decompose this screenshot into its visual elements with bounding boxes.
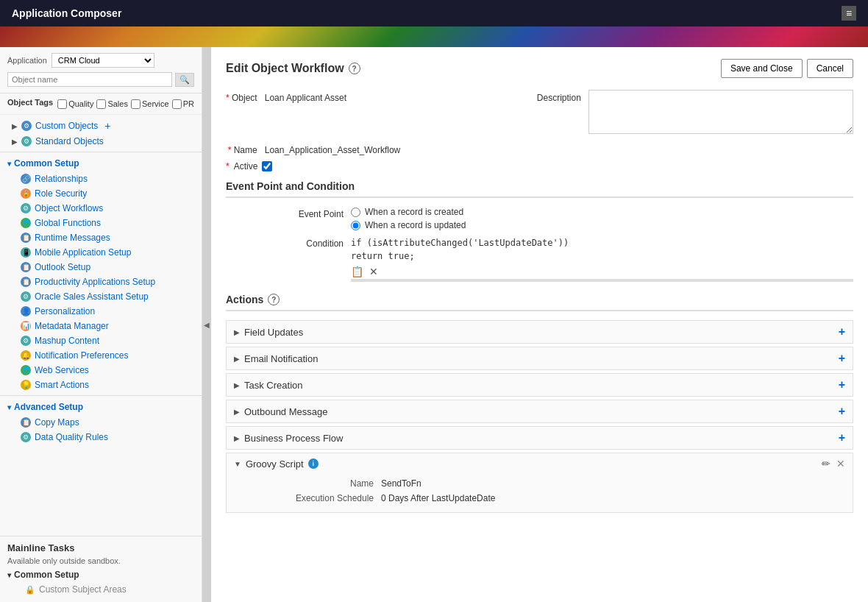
outlook-setup-link[interactable]: Outlook Setup [35, 262, 90, 272]
sidebar-item-web-services[interactable]: 🌐 Web Services [6, 363, 202, 378]
radio-updated[interactable]: When a record is updated [351, 220, 853, 230]
action-row-business-process-flow[interactable]: Business Process Flow + [226, 426, 853, 450]
radio-created-input[interactable] [351, 208, 360, 217]
web-services-link[interactable]: Web Services [35, 365, 89, 375]
mashup-content-link[interactable]: Mashup Content [35, 336, 99, 346]
action-row-task-creation[interactable]: Task Creation + [226, 373, 853, 397]
edit-workflow-header: Edit Object Workflow ? Save and Close Ca… [226, 59, 853, 78]
action-row-groovy-script: Groovy Script i ✏ ✕ Name SendToFn Execut… [226, 453, 853, 513]
sidebar-item-personalization[interactable]: 👤 Personalization [6, 304, 202, 319]
mobile-setup-link[interactable]: Mobile Application Setup [35, 247, 131, 258]
add-outbound-message-icon[interactable]: + [839, 405, 845, 418]
sidebar-item-object-workflows[interactable]: ⚙ Object Workflows [6, 201, 202, 216]
tag-service[interactable]: Service [131, 99, 169, 109]
sidebar-item-smart-actions[interactable]: 💡 Smart Actions [6, 378, 202, 392]
productivity-setup-link[interactable]: Productivity Applications Setup [35, 277, 155, 287]
notification-prefs-link[interactable]: Notification Preferences [35, 350, 128, 361]
tag-service-checkbox[interactable] [131, 99, 140, 109]
action-row-outbound-message[interactable]: Outbound Message + [226, 400, 853, 423]
tag-pr-checkbox[interactable] [172, 99, 182, 109]
metadata-manager-link[interactable]: Metadata Manager [35, 321, 109, 331]
global-functions-icon: 🌐 [21, 218, 31, 228]
sidebar-item-productivity-setup[interactable]: 📋 Productivity Applications Setup [6, 275, 202, 289]
sidebar-item-global-functions[interactable]: 🌐 Global Functions [6, 216, 202, 230]
groovy-edit-icon[interactable]: ✏ [822, 458, 830, 470]
radio-created[interactable]: When a record is created [351, 207, 853, 217]
object-value: Loan Applicant Asset [265, 90, 530, 103]
tag-quality[interactable]: Quality [57, 99, 93, 109]
sidebar-item-metadata-manager[interactable]: 📊 Metadata Manager [6, 319, 202, 333]
copy-maps-link[interactable]: Copy Maps [35, 417, 79, 428]
sidebar-item-copy-maps[interactable]: 📋 Copy Maps [6, 415, 202, 430]
personalization-link[interactable]: Personalization [35, 306, 95, 316]
sidebar-item-notification-prefs[interactable]: 🔔 Notification Preferences [6, 348, 202, 363]
global-functions-link[interactable]: Global Functions [35, 218, 101, 228]
tag-sales-checkbox[interactable] [96, 99, 106, 109]
copy-condition-icon[interactable]: 📋 [351, 266, 363, 277]
mashup-content-icon: ⚙ [21, 336, 31, 346]
decorative-banner [0, 26, 868, 47]
email-notification-expand [234, 355, 240, 363]
application-select[interactable]: CRM Cloud [51, 53, 154, 68]
data-quality-icon: ⚙ [21, 432, 31, 442]
tag-quality-checkbox[interactable] [57, 99, 67, 109]
oracle-sales-link[interactable]: Oracle Sales Assistant Setup [35, 291, 149, 302]
application-label: Application [7, 56, 47, 65]
common-setup-label: Common Setup [14, 158, 79, 169]
description-label: Description [537, 90, 581, 103]
sidebar-item-relationships[interactable]: 🔗 Relationships [6, 171, 202, 186]
tag-pr[interactable]: PR [172, 99, 194, 109]
sidebar-item-role-security[interactable]: 🔒 Role Security [6, 186, 202, 201]
relationships-link[interactable]: Relationships [35, 174, 88, 184]
sidebar-item-oracle-sales[interactable]: ⚙ Oracle Sales Assistant Setup [6, 289, 202, 304]
groovy-close-icon[interactable]: ✕ [836, 458, 845, 470]
save-close-button[interactable]: Save and Close [721, 59, 803, 78]
condition-resize-handle[interactable] [351, 279, 853, 282]
sidebar-item-mashup-content[interactable]: ⚙ Mashup Content [6, 333, 202, 348]
header-icon[interactable]: ≡ [842, 6, 856, 21]
runtime-messages-link[interactable]: Runtime Messages [35, 233, 110, 243]
mainline-tasks: Mainline Tasks Available only outside sa… [0, 536, 202, 602]
add-business-process-flow-icon[interactable]: + [839, 431, 845, 445]
action-row-field-updates[interactable]: Field Updates + [226, 320, 853, 344]
custom-objects-link[interactable]: Custom Objects [35, 121, 98, 131]
radio-updated-input[interactable] [351, 221, 360, 230]
active-checkbox[interactable] [262, 161, 272, 171]
standard-objects-link[interactable]: Standard Objects [35, 136, 104, 146]
smart-actions-link[interactable]: Smart Actions [35, 380, 89, 390]
sidebar-item-custom-objects[interactable]: ▶ ⚙ Custom Objects + [0, 118, 202, 134]
search-input[interactable] [7, 72, 172, 87]
role-security-link[interactable]: Role Security [35, 188, 87, 199]
divider-1 [0, 152, 202, 152]
add-custom-object-icon[interactable]: + [104, 120, 110, 132]
condition-area: if (isAttributeChanged('LastUpdateDate')… [351, 236, 853, 282]
cancel-button[interactable]: Cancel [807, 59, 853, 78]
object-label: * Object [226, 90, 257, 103]
help-icon[interactable]: ? [349, 63, 360, 74]
groovy-info-icon[interactable]: i [308, 458, 319, 469]
add-field-update-icon[interactable]: + [839, 325, 845, 339]
sidebar-item-mobile-setup[interactable]: 📱 Mobile Application Setup [6, 245, 202, 260]
sidebar-item-runtime-messages[interactable]: 📋 Runtime Messages [6, 230, 202, 245]
search-button[interactable]: 🔍 [175, 73, 194, 87]
tag-sales[interactable]: Sales [96, 99, 128, 109]
sidebar-collapse-handle[interactable]: ◀ [202, 47, 211, 602]
action-row-email-notification[interactable]: Email Notification + [226, 347, 853, 370]
outbound-message-expand [234, 408, 240, 416]
advanced-setup-header[interactable]: Advanced Setup [0, 399, 202, 415]
groovy-script-expand[interactable] [234, 460, 241, 468]
clear-condition-icon[interactable]: ✕ [369, 266, 378, 277]
sidebar-item-standard-objects[interactable]: ▶ ⚙ Standard Objects [0, 134, 202, 149]
groovy-name-value: SendToFn [381, 478, 838, 489]
data-quality-link[interactable]: Data Quality Rules [35, 432, 108, 442]
add-task-creation-icon[interactable]: + [839, 378, 845, 392]
add-email-notification-icon[interactable]: + [839, 352, 845, 365]
custom-objects-expand: ▶ [12, 122, 18, 130]
common-setup-header[interactable]: Common Setup [0, 155, 202, 171]
sidebar-item-outlook-setup[interactable]: 📋 Outlook Setup [6, 260, 202, 275]
mobile-setup-icon: 📱 [21, 247, 31, 258]
object-workflows-link[interactable]: Object Workflows [35, 203, 103, 213]
actions-help-icon[interactable]: ? [268, 294, 280, 305]
description-textarea[interactable] [588, 90, 853, 134]
sidebar-item-data-quality[interactable]: ⚙ Data Quality Rules [6, 430, 202, 445]
